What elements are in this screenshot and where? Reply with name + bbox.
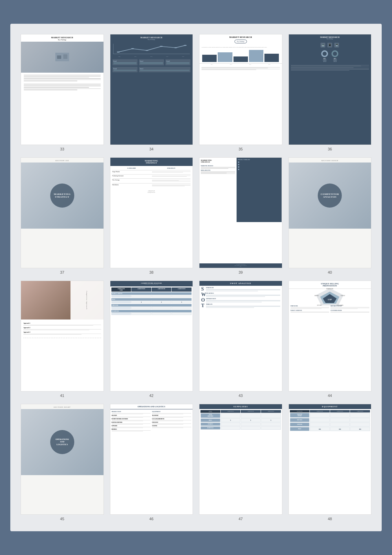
s38-row-label: Distribution [112,184,151,187]
s42-ch0: COMPETITORNAME [111,287,131,292]
s33-line [24,75,101,75]
slide-number-46: 46 [149,517,153,521]
s46-title: OPERATIONS AND LOGISTICS [112,406,191,408]
slide-wrapper-40: SECTION SEVEN COMPETITORANALYSIS 40 [288,157,372,274]
s33-subtitle: Key Findings [24,39,101,41]
slide-38[interactable]: MARKETINGSTRATEGY CATEGORY STRATEGY Targ… [110,157,193,268]
slide-37[interactable]: SECTION SIX MARKETINGSTRATEGY [21,157,104,268]
s43-threats: THREATS [206,303,280,305]
slide-47[interactable]: SUPPLIERS NAME &LOCATION LOREM IPSUM LOR… [199,404,282,515]
s48-row1: ALREADYOWNED [290,413,310,418]
s37-circle: MARKETINGSTRATEGY [50,184,74,208]
svg-point-8 [184,45,186,46]
slide-34[interactable]: MARKET RESEARCH Key Findings It [110,34,193,145]
s45-section: SECTION EIGHT [21,404,104,409]
s40-heading: COMPETITORANALYSIS [321,193,339,199]
main-container: MARKET RESEARCH Key Findings [10,24,382,531]
slide-wrapper-43: SWOT ANALYSIS S STRENGTH W [199,281,282,398]
s46-transport: TRANSPORT [152,415,191,416]
slide-39[interactable]: MARKETINGSTRATEGY MARKETING STRATEGY MED… [199,157,282,268]
svg-rect-1 [57,55,61,59]
slide-wrapper-47: SUPPLIERS NAME &LOCATION LOREM IPSUM LOR… [199,404,282,521]
slide-33[interactable]: MARKET RESEARCH Key Findings [21,34,104,145]
slide-wrapper-35: MARKET RESEARCH Key Findings Lorem ipsum… [199,34,282,151]
slide-40[interactable]: SECTION SEVEN COMPETITORANALYSIS [288,157,372,268]
s36-donuts: 38% LOREMIPSUM 20% LOREMIPSUM [289,49,371,64]
s46-content: PRODUCTION DELIVERY PAYMENT METHOD AND T… [110,409,193,433]
s35-badge: Key Findings [235,40,247,43]
slide-wrapper-48: EQUIPMENT ITEM REQUIRED LOREM IPSUM LORE… [288,404,372,521]
slide-number-39: 39 [239,270,243,274]
s45-heading: OPERATIONSANDLOGISTICS [55,438,69,446]
s46-legal: LEGAL REQUIREMENTS [152,418,191,420]
s46-col1: PRODUCTION [112,411,151,412]
s42-ch3: LOREM IPSUM [172,287,192,292]
s40-section: SECTION SEVEN [289,158,371,163]
s43-w: W [201,292,205,297]
s33-line [24,87,89,88]
svg-point-5 [145,50,148,51]
s44-diagram: USP STRENGTHS TARGET CUSTOMER BUYING DIF… [289,289,371,304]
s42-section2: PRICE [111,298,192,301]
s33-line [24,80,101,80]
svg-text:CUSTOMER: CUSTOMER [337,305,344,306]
s33-line [24,86,101,87]
slide-number-36: 36 [328,147,332,151]
s38-table: CATEGORY STRATEGY Target Market Position… [110,166,193,189]
slide-wrapper-41: Competitor Approach Approach 1 Approach … [21,281,104,398]
s36-icons: 💻 📱 🖥️ [289,41,371,49]
slide-45[interactable]: SECTION EIGHT OPERATIONSANDLOGISTICS [21,404,104,515]
slide-wrapper-34: MARKET RESEARCH Key Findings It [110,34,193,151]
slide-number-35: 35 [239,147,243,151]
s36-icon1: 💻 [320,43,325,48]
slide-wrapper-33: MARKET RESEARCH Key Findings [21,34,104,151]
s36-icon2: 📱 [327,43,332,48]
slide-number-34: 34 [149,147,153,151]
slide-41[interactable]: Competitor Approach Approach 1 Approach … [21,281,104,391]
s45-circle: OPERATIONSANDLOGISTICS [50,430,74,454]
slide-wrapper-36: MARKET RESEARCH Key Findings 💻 📱 🖥️ 38% … [288,34,372,151]
slide-number-33: 33 [60,147,64,151]
s44-col4-title: CUSTOMER NEEDS [330,310,369,311]
s34-chart [113,44,190,54]
s42-section1: PRODUCT / SERVICE [111,292,192,295]
s47-row1: ITEMSREQUIRED [200,413,220,418]
s35-chart [202,50,279,62]
s38-row-label: Positioning Statement [112,175,151,177]
s47-row4: RATIONALE [200,426,220,430]
s43-s: S [201,287,205,292]
s36-label1: LOREMIPSUM [321,60,328,62]
slide-number-45: 45 [60,517,64,521]
slide-48[interactable]: EQUIPMENT ITEM REQUIRED LOREM IPSUM LORE… [288,404,372,515]
s39-left-title: MARKETINGSTRATEGY [201,159,235,163]
slides-grid: MARKET RESEARCH Key Findings [21,34,371,521]
slide-42[interactable]: COMPETITOR ANALYSIS Lorem ipsum dolor si… [110,281,193,391]
s34-subtitle: Key Findings [112,39,191,40]
s48-row4: PRICE [290,427,310,431]
s47-ch0: NAME &LOCATION [200,410,220,413]
s43-opportunity: OPPORTUNITY [206,298,280,300]
slide-number-48: 48 [328,517,332,521]
s47-row3: PAYMENT [200,422,220,426]
slide-36[interactable]: MARKET RESEARCH Key Findings 💻 📱 🖥️ 38% … [288,34,372,145]
svg-point-3 [117,52,119,53]
slide-43[interactable]: SWOT ANALYSIS S STRENGTH W [199,281,282,391]
slide-wrapper-37: SECTION SIX MARKETINGSTRATEGY 37 [21,157,104,274]
slide-44[interactable]: UNIQUE SELLINGPREPOSITION USP STRENGTHS … [288,281,372,391]
s38-footer: LOREM IPSUMlorem@email.com [110,189,193,194]
s34-items: Item1 Item2 Item3 Item4 [110,58,193,74]
s46-col2: EQUIPMENT [152,411,191,412]
slide-wrapper-44: UNIQUE SELLINGPREPOSITION USP STRENGTHS … [288,281,372,398]
s47-row2: PRICE [200,418,220,422]
s43-weakness: WEAKNESS [206,292,280,294]
slide-46[interactable]: OPERATIONS AND LOGISTICS PRODUCTION DELI… [110,404,193,515]
svg-point-4 [131,48,134,49]
s48-ch2: LOREM IPSUM [330,410,350,412]
s43-swot: S STRENGTH W WEAKNESS [199,286,282,310]
s46-delivery: DELIVERY [112,415,151,416]
s36-icon3: 🖥️ [334,43,339,48]
slide-35[interactable]: MARKET RESEARCH Key Findings Lorem ipsum… [199,34,282,145]
s42-ch2: LOREM IPSUM [152,287,172,292]
s48-ch3: LOREM IPSUM [350,410,370,412]
s41-approach1: Approach 1 [23,322,101,324]
